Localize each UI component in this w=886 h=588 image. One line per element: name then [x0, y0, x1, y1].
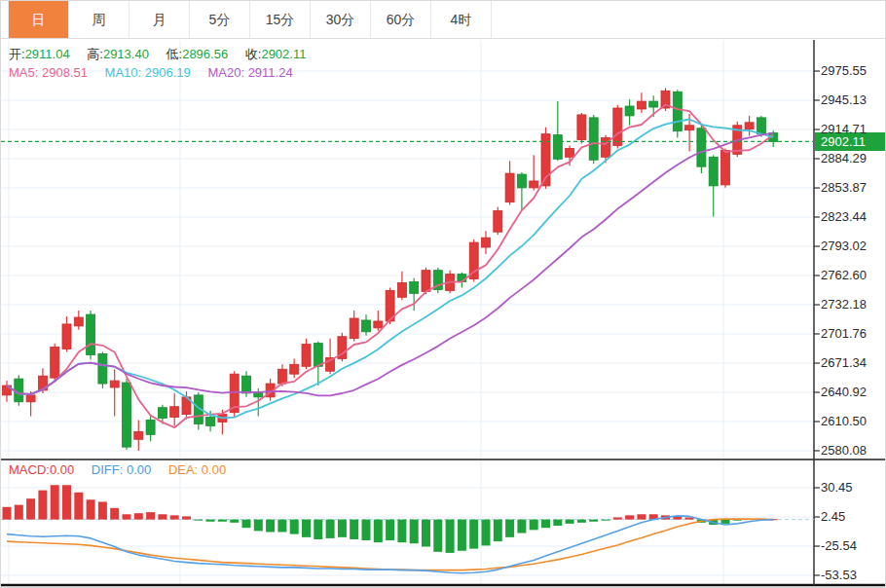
- price-axis-label: 2793.02: [821, 239, 885, 253]
- macd-legend-row: MACD:0.00 DIFF: 0.00 DEA: 0.00: [9, 462, 240, 477]
- high-label: 高:: [87, 47, 103, 61]
- price-axis-label: 2975.55: [821, 63, 885, 78]
- price-axis-label: 2701.76: [821, 326, 885, 341]
- ma20-legend: MA20: 2911.24: [207, 65, 292, 80]
- price-axis-label: 2640.92: [821, 385, 885, 399]
- macd-axis-label: 2.45: [821, 509, 885, 524]
- open-value: 2911.04: [25, 47, 70, 61]
- high-value: 2913.40: [103, 47, 149, 61]
- price-axis-label: 2732.18: [821, 297, 885, 312]
- ma5-legend: MA5: 2908.51: [9, 65, 88, 80]
- price-axis-label: 2762.60: [821, 268, 885, 282]
- price-axis-label: 2884.29: [821, 151, 885, 165]
- low-value: 2896.56: [182, 47, 228, 61]
- close-label: 收:: [245, 47, 262, 61]
- price-axis-label: 2853.87: [821, 180, 885, 195]
- price-axis-label: 2914.71: [821, 122, 885, 136]
- price-axis-label: 2580.08: [821, 443, 885, 458]
- ohlc-quote-row: 开:2911.04 高:2913.40 低:2896.56 收:2902.11: [9, 46, 319, 63]
- price-axis-label: 2671.34: [821, 355, 885, 370]
- low-label: 低:: [166, 47, 183, 61]
- kline-app-window: 日周月5分15分30分60分4时 开:2911.04 高:2913.40 低:2…: [0, 0, 886, 588]
- ma10-legend: MA10: 2906.19: [105, 65, 191, 80]
- close-value: 2902.11: [261, 47, 306, 61]
- dea-value-legend: DEA: 0.00: [168, 462, 226, 477]
- diff-value-legend: DIFF: 0.00: [92, 462, 151, 477]
- macd-axis-label: -25.54: [821, 538, 885, 553]
- macd-axis-label: 30.45: [821, 480, 885, 495]
- macd-axis-label: -53.53: [821, 568, 885, 582]
- open-label: 开:: [9, 47, 25, 61]
- price-axis-label: 2945.13: [821, 92, 885, 107]
- ma-legend-row: MA5: 2908.51 MA10: 2906.19 MA20: 2911.24: [9, 65, 307, 80]
- price-axis-label: 2610.50: [821, 414, 885, 428]
- kline-chart-canvas[interactable]: [1, 1, 885, 587]
- macd-value-legend: MACD:0.00: [9, 462, 74, 477]
- price-axis-label: 2823.44: [821, 209, 885, 224]
